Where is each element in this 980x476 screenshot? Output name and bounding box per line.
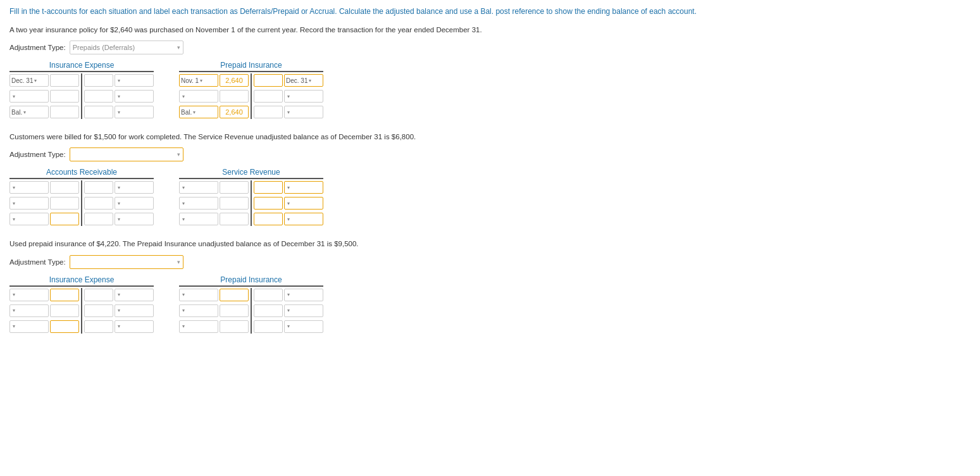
cell-select[interactable]: ▾ bbox=[9, 304, 49, 317]
cell-input[interactable] bbox=[84, 181, 113, 194]
adjustment-type-select[interactable]: ▾ bbox=[70, 147, 183, 161]
cell-input[interactable] bbox=[50, 90, 79, 103]
cell-select[interactable]: ▾ bbox=[9, 197, 49, 210]
cell-input[interactable] bbox=[254, 181, 283, 194]
adjustment-type-select[interactable]: Prepaids (Deferrals)▾ bbox=[70, 41, 183, 54]
cell-select[interactable]: ▾ bbox=[179, 90, 218, 103]
cell-select[interactable]: Bal.▾ bbox=[9, 106, 49, 118]
cell-select[interactable]: ▾ bbox=[9, 289, 49, 301]
cell-input[interactable] bbox=[220, 181, 249, 194]
cell-select[interactable]: Bal.▾ bbox=[179, 106, 218, 118]
cell-input[interactable] bbox=[220, 74, 249, 87]
cell-select[interactable]: ▾ bbox=[284, 320, 323, 333]
cell-input[interactable] bbox=[220, 213, 249, 225]
right-row: ▾ bbox=[84, 304, 154, 318]
cell-input[interactable] bbox=[220, 90, 249, 103]
cell-select[interactable]: ▾ bbox=[9, 181, 49, 194]
right-row: ▾ bbox=[84, 196, 154, 210]
t-account-right-side: ▾▾▾ bbox=[84, 180, 154, 226]
t-account-title: Insurance Expense bbox=[9, 275, 154, 284]
cell-select[interactable]: ▾ bbox=[115, 106, 154, 118]
cell-select[interactable]: ▾ bbox=[284, 197, 323, 210]
cell-input[interactable] bbox=[254, 197, 283, 210]
cell-select[interactable]: ▾ bbox=[179, 213, 218, 225]
cell-input[interactable] bbox=[220, 289, 249, 301]
cell-input[interactable] bbox=[84, 320, 113, 333]
cell-select[interactable]: ▾ bbox=[284, 289, 323, 301]
cell-input[interactable] bbox=[50, 74, 79, 87]
cell-input[interactable] bbox=[254, 213, 283, 225]
cell-select[interactable]: ▾ bbox=[179, 197, 218, 210]
cell-select[interactable]: ▾ bbox=[9, 320, 49, 333]
left-row: ▾ bbox=[9, 320, 79, 334]
adjustment-type-row: Adjustment Type:▾ bbox=[9, 255, 971, 269]
cell-input[interactable] bbox=[254, 74, 283, 87]
cell-select[interactable]: ▾ bbox=[284, 213, 323, 225]
cell-input[interactable] bbox=[50, 289, 79, 301]
cell-select[interactable]: ▾ bbox=[115, 197, 154, 210]
cell-select[interactable]: ▾ bbox=[179, 289, 218, 301]
cell-select[interactable]: ▾ bbox=[179, 181, 218, 194]
scenario-block-0: A two year insurance policy for $2,640 w… bbox=[9, 25, 971, 119]
cell-select[interactable]: ▾ bbox=[284, 106, 323, 118]
cell-select[interactable]: ▾ bbox=[179, 320, 218, 333]
t-account-right-side: ▾▾▾ bbox=[84, 73, 154, 119]
cell-input[interactable] bbox=[50, 304, 79, 317]
cell-select[interactable]: ▾ bbox=[9, 90, 49, 103]
cell-select[interactable]: ▾ bbox=[284, 90, 323, 103]
adjustment-type-label: Adjustment Type: bbox=[9, 258, 66, 266]
right-row: ▾ bbox=[84, 320, 154, 334]
adjustment-type-select[interactable]: ▾ bbox=[70, 255, 183, 269]
cell-select[interactable]: Dec. 31▾ bbox=[284, 74, 323, 87]
cell-select[interactable]: ▾ bbox=[9, 213, 49, 225]
t-account-title: Service Revenue bbox=[179, 168, 323, 177]
cell-input[interactable] bbox=[220, 304, 249, 317]
left-row: ▾ bbox=[179, 196, 249, 210]
cell-input[interactable] bbox=[254, 304, 283, 317]
cell-select[interactable]: ▾ bbox=[284, 304, 323, 317]
right-row: ▾ bbox=[254, 180, 323, 194]
t-account-left-side: ▾▾▾ bbox=[179, 288, 249, 334]
t-account-left-side: Nov. 1▾▾Bal.▾ bbox=[179, 73, 249, 119]
cell-select[interactable]: ▾ bbox=[115, 213, 154, 225]
t-account-title: Accounts Receivable bbox=[9, 168, 154, 177]
cell-input[interactable] bbox=[254, 90, 283, 103]
cell-input[interactable] bbox=[220, 320, 249, 333]
cell-input[interactable] bbox=[84, 90, 113, 103]
cell-select[interactable]: ▾ bbox=[115, 289, 154, 301]
right-row: ▾ bbox=[84, 180, 154, 194]
cell-select[interactable]: ▾ bbox=[115, 74, 154, 87]
cell-select[interactable]: Dec. 31▾ bbox=[9, 74, 49, 87]
left-row: Dec. 31▾ bbox=[9, 73, 79, 87]
t-account-wrapper-insurance_expense_1: Insurance ExpenseDec. 31▾▾Bal.▾▾▾▾ bbox=[9, 61, 154, 119]
t-accounts-container: Accounts Receivable▾▾▾▾▾▾Service Revenue… bbox=[9, 168, 971, 226]
cell-select[interactable]: ▾ bbox=[115, 304, 154, 317]
cell-input[interactable] bbox=[84, 197, 113, 210]
cell-input[interactable] bbox=[50, 197, 79, 210]
t-account-right-side: ▾▾▾ bbox=[84, 288, 154, 334]
cell-select[interactable]: ▾ bbox=[115, 181, 154, 194]
cell-input[interactable] bbox=[50, 106, 79, 118]
cell-input[interactable] bbox=[84, 289, 113, 301]
cell-input[interactable] bbox=[50, 320, 79, 333]
cell-select[interactable]: ▾ bbox=[284, 181, 323, 194]
cell-input[interactable] bbox=[254, 289, 283, 301]
adjustment-type-label: Adjustment Type: bbox=[9, 44, 66, 51]
cell-select[interactable]: ▾ bbox=[115, 90, 154, 103]
cell-input[interactable] bbox=[84, 213, 113, 225]
cell-input[interactable] bbox=[50, 181, 79, 194]
cell-select[interactable]: ▾ bbox=[179, 304, 218, 317]
cell-input[interactable] bbox=[254, 320, 283, 333]
header-instruction: Fill in the t-accounts for each situatio… bbox=[9, 6, 971, 17]
cell-input[interactable] bbox=[220, 106, 249, 118]
cell-input[interactable] bbox=[84, 106, 113, 118]
cell-input[interactable] bbox=[50, 213, 79, 225]
cell-input[interactable] bbox=[254, 106, 283, 118]
cell-select[interactable]: ▾ bbox=[115, 320, 154, 333]
chevron-down-icon: ▾ bbox=[177, 259, 180, 265]
cell-input[interactable] bbox=[84, 74, 113, 87]
cell-input[interactable] bbox=[84, 304, 113, 317]
cell-select[interactable]: Nov. 1▾ bbox=[179, 74, 218, 87]
cell-input[interactable] bbox=[220, 197, 249, 210]
t-vertical-divider bbox=[251, 288, 252, 334]
